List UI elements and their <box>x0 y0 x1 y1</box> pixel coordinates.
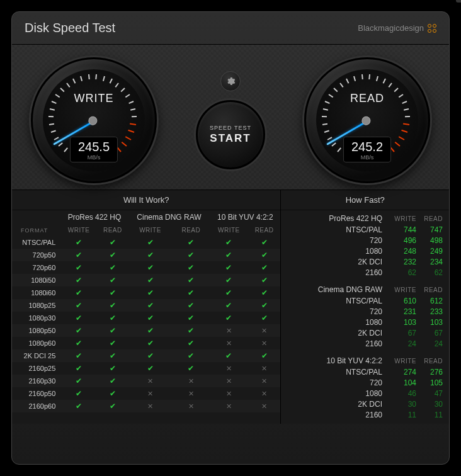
settings-button[interactable] <box>220 71 241 91</box>
read-value: 245.2 <box>351 140 383 154</box>
format-name: 2160 <box>287 411 390 419</box>
write-fps: 30 <box>390 400 416 409</box>
write-fps: 274 <box>390 368 416 377</box>
check-icon: ✔ <box>147 251 154 259</box>
table-row: 720p60✔✔✔✔✔✔ <box>12 261 280 274</box>
check-icon: ✔ <box>110 326 116 335</box>
format-label: 1080p30 <box>12 312 60 324</box>
subcol-write: WRITE <box>60 224 97 236</box>
check-icon: ✔ <box>261 263 268 272</box>
format-name: NTSC/PAL <box>287 368 390 377</box>
read-fps: 105 <box>416 378 443 387</box>
format-label: 1080i60 <box>12 286 60 299</box>
format-label: 1080i50 <box>12 274 60 286</box>
format-label: 2160p30 <box>12 375 60 387</box>
group-header: ProRes 422 HQ <box>60 210 128 224</box>
check-icon: ✔ <box>147 339 154 348</box>
close-icon[interactable]: ✕ <box>456 0 461 3</box>
format-name: 2160 <box>287 339 390 348</box>
check-icon: ✔ <box>225 276 232 285</box>
cross-icon: ✕ <box>226 402 232 410</box>
table-row: 2160p30✔✔✕✕✕✕ <box>12 375 280 387</box>
check-icon: ✔ <box>188 314 194 322</box>
check-icon: ✔ <box>76 251 82 259</box>
how-fast-panel: How Fast? ProRes 422 HQWRITEREADNTSC/PAL… <box>280 190 449 424</box>
write-fps: 496 <box>390 236 416 245</box>
write-fps: 231 <box>390 307 416 316</box>
subcol-write: WRITE <box>128 224 173 236</box>
format-name: 1080 <box>287 318 390 327</box>
format-name: NTSC/PAL <box>287 297 390 305</box>
check-icon: ✔ <box>225 263 232 272</box>
subcol-read: READ <box>172 224 210 236</box>
check-icon: ✔ <box>188 263 194 272</box>
write-readout: 245.5 MB/s <box>70 137 118 162</box>
brand-text: Blackmagicdesign <box>358 23 424 33</box>
check-icon: ✔ <box>76 364 82 373</box>
format-name: 720 <box>287 307 390 316</box>
read-fps: 233 <box>416 307 443 316</box>
col-read: READ <box>416 215 443 222</box>
speed-row: 21606262 <box>287 267 443 278</box>
table-row: 2160p25✔✔✔✔✕✕ <box>12 362 280 375</box>
check-icon: ✔ <box>147 314 154 322</box>
check-icon: ✔ <box>76 389 82 398</box>
cross-icon: ✕ <box>261 390 267 397</box>
group-header: 10 Bit YUV 4:2:2 <box>210 210 280 224</box>
check-icon: ✔ <box>110 377 116 385</box>
format-name: 1080 <box>287 389 390 398</box>
section-title: 10 Bit YUV 4:2:2 <box>287 356 390 365</box>
format-label: 720p50 <box>12 249 60 261</box>
read-fps: 498 <box>416 236 443 245</box>
check-icon: ✔ <box>147 238 154 247</box>
col-read: READ <box>416 358 443 365</box>
read-fps: 103 <box>416 318 443 327</box>
col-write: WRITE <box>390 286 416 293</box>
check-icon: ✔ <box>147 263 154 272</box>
cross-icon: ✕ <box>261 402 267 410</box>
check-icon: ✔ <box>147 301 154 310</box>
read-fps: 67 <box>416 329 443 337</box>
speed-row: 1080248249 <box>287 246 443 256</box>
format-name: 2K DCI <box>287 400 390 409</box>
table-row: 1080p60✔✔✔✔✕✕ <box>12 337 280 349</box>
check-icon: ✔ <box>76 339 82 348</box>
check-icon: ✔ <box>147 276 154 285</box>
check-icon: ✔ <box>110 238 116 247</box>
check-icon: ✔ <box>110 276 116 285</box>
write-fps: 11 <box>390 411 416 419</box>
read-fps: 24 <box>416 339 443 348</box>
write-unit: MB/s <box>78 154 110 161</box>
write-fps: 46 <box>390 389 416 398</box>
cross-icon: ✕ <box>188 377 194 385</box>
cross-icon: ✕ <box>226 377 232 385</box>
format-label: 1080p25 <box>12 299 60 312</box>
write-fps: 104 <box>390 378 416 387</box>
check-icon: ✔ <box>261 301 268 310</box>
read-fps: 47 <box>416 389 443 398</box>
write-value: 245.5 <box>78 140 110 154</box>
table-row: 1080i60✔✔✔✔✔✔ <box>12 286 280 299</box>
subcol-read: READ <box>248 224 281 236</box>
center-controls: SPEED TEST START <box>196 71 265 169</box>
col-write: WRITE <box>390 215 416 222</box>
check-icon: ✔ <box>261 314 268 322</box>
check-icon: ✔ <box>110 314 116 322</box>
check-icon: ✔ <box>76 301 82 310</box>
read-gauge-label: READ <box>306 92 428 105</box>
cross-icon: ✕ <box>188 390 194 397</box>
check-icon: ✔ <box>188 276 194 285</box>
check-icon: ✔ <box>188 288 194 297</box>
left-panel-title: Will It Work? <box>12 190 280 210</box>
format-label: 720p60 <box>12 261 60 274</box>
check-icon: ✔ <box>261 276 268 285</box>
start-button[interactable]: SPEED TEST START <box>196 100 265 169</box>
check-icon: ✔ <box>110 402 116 411</box>
read-fps: 612 <box>416 297 443 305</box>
check-icon: ✔ <box>188 351 194 360</box>
format-label: 1080p50 <box>12 324 60 337</box>
check-icon: ✔ <box>225 238 232 247</box>
check-icon: ✔ <box>147 364 154 373</box>
cross-icon: ✕ <box>226 327 232 334</box>
read-unit: MB/s <box>351 154 383 161</box>
